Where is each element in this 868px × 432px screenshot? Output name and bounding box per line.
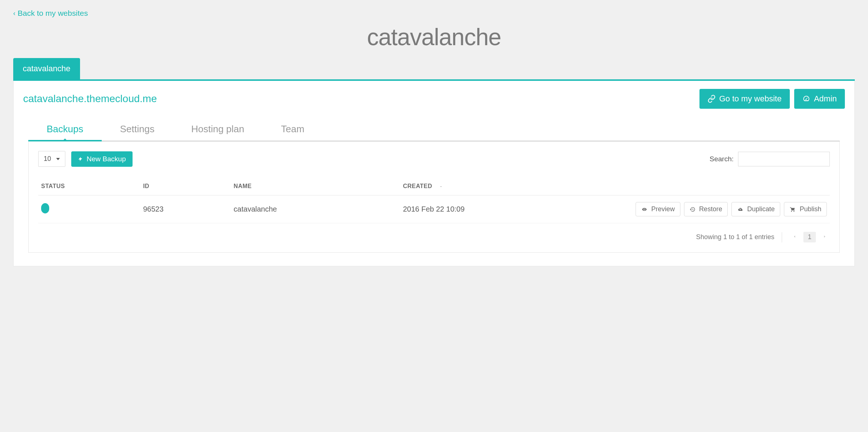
table-row: 96523 catavalanche 2016 Feb 22 10:09 Pre… [38, 195, 830, 223]
tab-hosting-plan[interactable]: Hosting plan [173, 120, 263, 141]
site-tab-bar: catavalanche [13, 58, 855, 81]
pager-current-page[interactable]: 1 [803, 232, 816, 242]
tab-label: Hosting plan [191, 123, 245, 134]
col-id[interactable]: ID [140, 177, 231, 195]
cell-name: catavalanche [231, 195, 400, 223]
restore-icon [690, 206, 695, 212]
col-actions [633, 177, 830, 195]
restore-button[interactable]: Restore [684, 202, 728, 216]
cart-icon [789, 206, 796, 212]
go-to-website-button[interactable]: Go to my website [699, 89, 790, 109]
pager-prev-button[interactable] [789, 231, 800, 243]
chevron-right-icon [822, 234, 827, 240]
admin-button[interactable]: Admin [794, 89, 845, 109]
tab-label: Backups [47, 123, 83, 134]
tab-label: Settings [120, 123, 155, 134]
link-icon [708, 95, 716, 103]
col-name[interactable]: NAME [231, 177, 400, 195]
showing-range: 1 to 1 [723, 233, 740, 241]
page-title: catavalanche [13, 24, 855, 51]
dashboard-icon [802, 95, 810, 103]
tab-backups[interactable]: Backups [28, 120, 102, 141]
table-toolbar: 10 New Backup Search: [38, 151, 830, 167]
cloud-upload-icon [737, 207, 744, 212]
chevron-left-icon [792, 234, 797, 240]
divider [782, 232, 782, 242]
site-tab-label: catavalanche [23, 64, 70, 73]
publish-label: Publish [800, 205, 821, 213]
toolbar-right: Search: [710, 152, 830, 166]
search-label: Search: [710, 155, 734, 163]
preview-label: Preview [651, 205, 675, 213]
showing-prefix: Showing [696, 233, 723, 241]
toolbar-left: 10 New Backup [38, 151, 133, 167]
new-backup-button[interactable]: New Backup [71, 151, 133, 167]
table-container: 10 New Backup Search: [28, 141, 840, 253]
cell-id: 96523 [140, 195, 231, 223]
cell-created: 2016 Feb 22 10:09 [400, 195, 632, 223]
duplicate-button[interactable]: Duplicate [731, 202, 780, 216]
eye-icon [641, 207, 648, 212]
panel-header-actions: Go to my website Admin [699, 89, 845, 109]
pager: 1 [789, 231, 830, 243]
col-status[interactable]: STATUS [38, 177, 140, 195]
lightning-icon [78, 156, 83, 162]
site-url-link[interactable]: catavalanche.themecloud.me [23, 93, 157, 105]
page-size-value: 10 [44, 155, 51, 163]
chevron-down-icon [438, 183, 444, 191]
status-indicator [41, 203, 49, 213]
page-size-select[interactable]: 10 [38, 151, 65, 167]
search-input[interactable] [738, 152, 830, 166]
tab-team[interactable]: Team [263, 120, 323, 141]
col-created[interactable]: CREATED [400, 177, 632, 195]
row-actions: Preview Restore [636, 202, 827, 216]
table-footer: Showing 1 to 1 of 1 entries 1 [38, 231, 830, 243]
tab-settings[interactable]: Settings [102, 120, 173, 141]
admin-label: Admin [814, 94, 837, 104]
site-tab-catavalanche[interactable]: catavalanche [13, 58, 80, 79]
backups-table: STATUS ID NAME CREATED [38, 177, 830, 223]
sub-tabs: Backups Settings Hosting plan Team [28, 120, 840, 141]
new-backup-label: New Backup [87, 155, 126, 163]
col-created-label: CREATED [403, 183, 432, 189]
back-link-label: Back to my websites [18, 9, 88, 18]
showing-suffix: of 1 entries [740, 233, 774, 241]
showing-text: Showing 1 to 1 of 1 entries [696, 233, 774, 241]
preview-button[interactable]: Preview [636, 202, 680, 216]
panel-header: catavalanche.themecloud.me Go to my webs… [23, 89, 845, 109]
tab-label: Team [281, 123, 304, 134]
pager-next-button[interactable] [820, 231, 830, 243]
publish-button[interactable]: Publish [784, 202, 827, 216]
duplicate-label: Duplicate [747, 205, 775, 213]
caret-down-icon [56, 158, 60, 160]
main-panel: catavalanche.themecloud.me Go to my webs… [13, 81, 855, 266]
back-to-websites-link[interactable]: ‹ Back to my websites [13, 9, 88, 18]
restore-label: Restore [699, 205, 722, 213]
go-to-website-label: Go to my website [719, 94, 782, 104]
chevron-left-icon: ‹ [13, 10, 15, 17]
